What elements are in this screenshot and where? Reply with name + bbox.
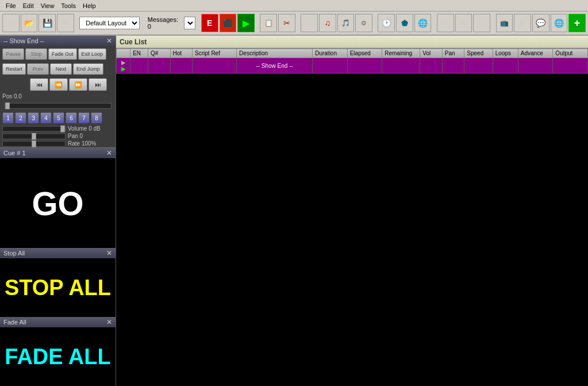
stop-all-panel: Stop All ✕ STOP ALL xyxy=(0,248,116,317)
network-button[interactable]: 🌐 xyxy=(414,14,432,32)
show-end-close[interactable]: ✕ xyxy=(106,37,112,45)
num-btn-5[interactable]: 5 xyxy=(53,112,64,124)
num-btn-3[interactable]: 3 xyxy=(28,112,39,124)
fade-out-button[interactable]: Fade Out xyxy=(48,48,77,60)
cue1-title: Cue # 1 xyxy=(3,150,26,156)
go-tb-button[interactable]: ▶ xyxy=(237,14,255,32)
layout-dropdown[interactable]: Default Layout xyxy=(79,17,140,29)
exit-loop-button[interactable]: Exit Loop xyxy=(78,48,107,60)
menu-file[interactable]: File xyxy=(2,1,20,10)
new-button[interactable]: 🗋 xyxy=(2,14,20,32)
menu-tools[interactable]: Tools xyxy=(57,1,79,10)
messages-label: Messages: 0 xyxy=(145,16,183,30)
menu-view[interactable]: View xyxy=(37,1,58,10)
main-content: -- Show End -- ✕ Pause Stop Fade Out Exi… xyxy=(0,36,588,386)
add-button[interactable]: + xyxy=(568,14,586,32)
clock-button[interactable]: 🕐 xyxy=(378,14,395,32)
stop-all-area[interactable]: STOP ALL xyxy=(0,258,116,317)
e-button[interactable]: E xyxy=(201,14,218,32)
show-end-title: -- Show End -- xyxy=(3,37,44,44)
group-button[interactable]: ⬟ xyxy=(396,14,413,32)
pos-slider[interactable] xyxy=(5,103,112,109)
num-btn-7[interactable]: 7 xyxy=(78,112,90,124)
row-rem xyxy=(382,58,420,74)
left-panel: -- Show End -- ✕ Pause Stop Fade Out Exi… xyxy=(0,36,116,386)
col-rem-header: Remaining xyxy=(382,49,420,58)
pan-slider[interactable] xyxy=(2,133,66,139)
restart-button[interactable]: Restart xyxy=(2,63,26,75)
music-button[interactable]: ♫ xyxy=(319,14,336,32)
col-icons xyxy=(117,49,130,58)
note-button[interactable]: ♩ xyxy=(301,14,318,32)
num-btn-4[interactable]: 4 xyxy=(40,112,52,124)
fade-all-area[interactable]: FADE ALL xyxy=(0,327,116,386)
fade-all-header: Fade All ✕ xyxy=(0,317,116,327)
rate-slider[interactable] xyxy=(2,141,66,147)
cue-list-body: EN Q# Hot Script Ref Description Duratio… xyxy=(116,48,588,386)
row-dur xyxy=(313,58,348,74)
menu-help[interactable]: Help xyxy=(79,1,99,10)
go-area[interactable]: GO xyxy=(0,158,116,248)
end-jump-button[interactable]: End Jump xyxy=(73,63,103,75)
script-button[interactable]: ⚙ xyxy=(355,14,372,32)
num-btn-2[interactable]: 2 xyxy=(15,112,26,124)
timeline-button[interactable]: ⊞ xyxy=(455,14,472,32)
num-btn-6[interactable]: 6 xyxy=(66,112,77,124)
video2-button[interactable]: 🖥 xyxy=(514,14,531,32)
chat-button[interactable]: 💬 xyxy=(532,14,549,32)
video-button[interactable]: 📺 xyxy=(496,14,513,32)
fade-all-title: Fade All xyxy=(3,319,26,326)
row-icon: ▶ xyxy=(121,59,126,66)
col-en-header: EN xyxy=(130,49,148,58)
row-loops xyxy=(493,58,518,74)
skip-back-icon[interactable]: ⏮ xyxy=(30,78,48,91)
num-btn-8[interactable]: 8 xyxy=(91,112,102,124)
stop-tb-button[interactable]: ⬛ xyxy=(220,14,237,32)
messages-dropdown[interactable] xyxy=(184,17,195,29)
play-cell: ▶ ▶ xyxy=(117,58,130,74)
save-button[interactable]: 💾 xyxy=(39,14,56,32)
cue1-header: Cue # 1 ✕ xyxy=(0,148,116,158)
pos-slider-container xyxy=(0,101,116,111)
fade-all-close[interactable]: ✕ xyxy=(106,318,112,326)
table-row[interactable]: ▶ ▶ -- Show End -- xyxy=(117,58,588,74)
cut-button[interactable]: ✂ xyxy=(278,14,295,32)
row-q xyxy=(148,58,171,74)
col-pan-header: Pan xyxy=(442,49,464,58)
pause-button[interactable]: Pause xyxy=(2,48,24,60)
row-desc: -- Show End -- xyxy=(237,58,313,74)
step-fwd-icon[interactable]: ⏩ xyxy=(69,78,87,91)
cart-button[interactable]: ⊡ xyxy=(473,14,490,32)
cue-list-title: Cue List xyxy=(120,38,147,46)
col-out-header: Output xyxy=(553,49,588,58)
num-btn-1[interactable]: 1 xyxy=(2,112,14,124)
row-script xyxy=(193,58,237,74)
col-elap-header: Elapsed xyxy=(347,49,382,58)
step-back-icon[interactable]: ⏪ xyxy=(49,78,68,91)
stop-button[interactable]: Stop xyxy=(25,48,47,60)
volume-slider[interactable] xyxy=(2,126,66,132)
go-text: GO xyxy=(32,184,83,223)
cue1-close[interactable]: ✕ xyxy=(106,149,112,157)
col-q-header: Q# xyxy=(148,49,171,58)
cue-list-button[interactable]: 📋 xyxy=(260,14,277,32)
stop-all-close[interactable]: ✕ xyxy=(106,249,112,257)
menu-edit[interactable]: Edit xyxy=(20,1,37,10)
col-hot-header: Hot xyxy=(170,49,193,58)
open-button[interactable]: 📂 xyxy=(21,14,38,32)
col-vol-header: Vol xyxy=(420,49,443,58)
midi-button[interactable]: 🎵 xyxy=(337,14,355,32)
skip-fwd-icon[interactable]: ⏭ xyxy=(89,78,107,91)
settings-button[interactable]: ⚙ xyxy=(57,14,74,32)
play-icon: ▶ xyxy=(121,66,126,72)
row-pan xyxy=(442,58,464,74)
row-hot xyxy=(170,58,193,74)
col-loops-header: Loops xyxy=(493,49,518,58)
fader-button[interactable]: ⊟ xyxy=(437,14,454,32)
prev-button[interactable]: Prev xyxy=(27,63,49,75)
cue-table-header: EN Q# Hot Script Ref Description Duratio… xyxy=(117,49,588,58)
rate-label: Rate 100% xyxy=(68,140,96,147)
web-button[interactable]: 🌐 xyxy=(551,14,568,32)
next-button[interactable]: Next xyxy=(50,63,72,75)
stop-all-text: STOP ALL xyxy=(5,276,111,300)
